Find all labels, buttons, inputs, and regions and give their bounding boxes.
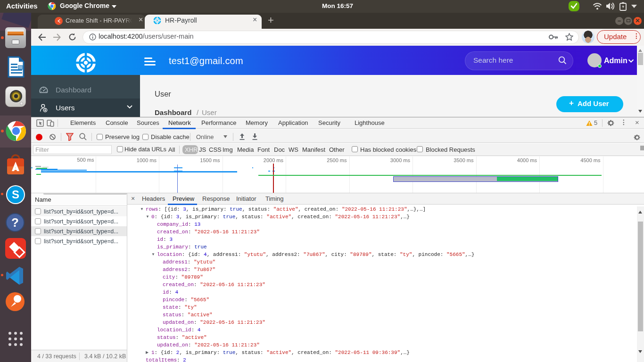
svg-text:S: S xyxy=(12,188,19,201)
svg-text:?: ? xyxy=(11,215,19,230)
